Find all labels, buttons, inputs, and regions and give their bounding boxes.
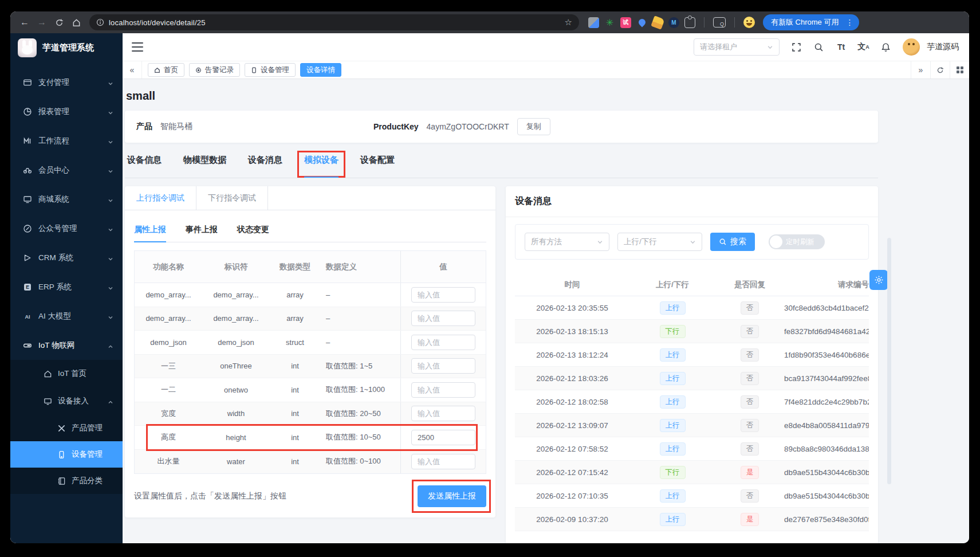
productkey-label: ProductKey	[373, 122, 419, 131]
attr-identifier: width	[202, 402, 270, 426]
scrollbar[interactable]	[887, 238, 891, 484]
sidebar-item-iot[interactable]: IoT 物联网	[10, 331, 123, 360]
value-input[interactable]	[411, 430, 475, 445]
settings-gear-button[interactable]	[869, 270, 888, 290]
extensions-puzzle-icon[interactable]	[684, 17, 695, 28]
browser-menu-icon[interactable]: ⋮	[843, 18, 856, 27]
tab-device-messages[interactable]: 设备消息	[248, 143, 282, 178]
toggle-knob	[770, 236, 782, 248]
browser-home-icon[interactable]	[69, 15, 84, 30]
extension-translate-icon[interactable]: 试	[620, 17, 631, 28]
search-icon[interactable]	[813, 42, 824, 53]
tab-device-detail[interactable]: 设备详情	[300, 63, 341, 77]
site-info-icon[interactable]	[96, 18, 104, 26]
fullscreen-icon[interactable]	[791, 42, 802, 53]
chevron-up-icon	[108, 343, 113, 348]
value-input[interactable]	[411, 287, 475, 303]
value-input[interactable]	[411, 335, 475, 350]
search-button[interactable]: 搜索	[710, 233, 755, 251]
font-size-icon[interactable]: Tt	[836, 42, 847, 53]
extension-grid-icon[interactable]	[588, 17, 599, 28]
message-filters: 所有方法 上行/下行 搜索	[515, 224, 869, 260]
sidebar-item-official-account[interactable]: 公众号管理	[10, 214, 123, 243]
tab-home[interactable]: 首页	[148, 63, 184, 77]
sidebar-item-mall[interactable]: 商城系统	[10, 185, 123, 214]
value-input[interactable]	[411, 454, 475, 469]
attr-name: demo_array...	[135, 283, 202, 307]
device-messages-panel: 设备消息 所有方法 上行/下行	[506, 186, 878, 543]
direction-select[interactable]: 上行/下行	[617, 233, 702, 251]
value-input[interactable]	[411, 382, 475, 398]
send-attribute-report-button[interactable]: 发送属性上报	[418, 485, 486, 507]
tab-downstream-debug[interactable]: 下行指令调试	[196, 186, 268, 210]
sidebar-item-product-category[interactable]: 产品分类	[10, 468, 123, 494]
copy-button[interactable]: 复制	[517, 118, 550, 135]
message-time: 2026-02-09 10:37:20	[515, 515, 629, 524]
extension-pin-icon[interactable]	[636, 17, 647, 28]
bookmark-star-icon[interactable]: ☆	[565, 17, 572, 28]
tab-simulate-device[interactable]: 模拟设备	[304, 143, 339, 178]
user-avatar[interactable]	[903, 38, 920, 56]
sidebar-item-workflow[interactable]: 工作流程	[10, 126, 123, 155]
translate-icon[interactable]: 文A	[858, 42, 869, 53]
profile-avatar-icon[interactable]	[743, 17, 755, 28]
value-input[interactable]	[411, 358, 475, 374]
subtab-attribute-report[interactable]: 属性上报	[134, 217, 166, 242]
tab-device-mgmt[interactable]: 设备管理	[245, 63, 296, 77]
detail-tabs: 设备信息 物模型数据 设备消息 模拟设备 设备配置	[125, 143, 878, 178]
tenant-select[interactable]: 请选择租户	[694, 38, 780, 56]
sidebar-item-erp[interactable]: E ERP 系统	[10, 272, 123, 301]
sidebar-item-member[interactable]: 会员中心	[10, 155, 123, 185]
value-input[interactable]	[411, 406, 475, 421]
table-row: 2026-02-12 18:03:26 上行 否 bca9137f43044af…	[515, 367, 869, 390]
sidebar-item-iot-home[interactable]: IoT 首页	[10, 360, 123, 387]
extension-m-icon[interactable]: M	[668, 17, 679, 28]
tabs-refresh-icon[interactable]	[930, 61, 950, 79]
reply-badge: 否	[741, 301, 759, 315]
url-text[interactable]: localhost/iot/device/detail/25	[109, 18, 560, 27]
simulator-panel: 上行指令调试 下行指令调试 属性上报 事件上报 状态变更 功能名称 标识符	[125, 186, 495, 517]
attr-identifier: demo_json	[202, 331, 270, 354]
tab-alarm-log[interactable]: 告警记录	[189, 63, 240, 77]
magnifier-icon	[719, 238, 727, 246]
tab-device-info[interactable]: 设备信息	[127, 143, 162, 178]
table-row: 2026-02-13 18:15:13 下行 否 fe8327bfd6d9484…	[515, 320, 869, 343]
subtab-event-report[interactable]: 事件上报	[186, 217, 218, 242]
screenshot-tool-icon[interactable]: Q	[713, 17, 726, 28]
auto-refresh-toggle[interactable]: 定时刷新	[769, 234, 825, 249]
sidebar-item-ai[interactable]: AI AI 大模型	[10, 301, 123, 331]
sidebar-item-report[interactable]: 报表管理	[10, 97, 123, 126]
page-title: small	[126, 89, 878, 103]
sidebar-item-device-access[interactable]: 设备接入	[10, 387, 123, 415]
browser-forward-button[interactable]: →	[34, 15, 49, 30]
sidebar-item-crm[interactable]: CRM 系统	[10, 243, 123, 272]
tabs-scroll-left-icon[interactable]: «	[123, 61, 142, 79]
tabs-layout-icon[interactable]	[950, 61, 969, 79]
browser-reload-icon[interactable]	[52, 15, 66, 30]
monitor-icon	[44, 397, 52, 406]
value-input[interactable]	[411, 311, 475, 326]
chevron-up-icon	[108, 398, 113, 404]
extension-green-star-icon[interactable]: ✳	[604, 17, 615, 28]
method-select[interactable]: 所有方法	[525, 233, 609, 251]
collapse-menu-icon[interactable]	[132, 42, 143, 52]
tab-device-config[interactable]: 设备配置	[360, 143, 395, 178]
tools-icon	[57, 424, 66, 433]
address-bar[interactable]: localhost/iot/device/detail/25 ☆	[89, 14, 579, 30]
subtab-state-change[interactable]: 状态变更	[237, 217, 269, 242]
chrome-update-button[interactable]: 有新版 Chrome 可用 ⋮	[763, 14, 859, 30]
extension-broom-icon[interactable]	[651, 15, 664, 29]
attr-definition: 取值范围: 1~5	[320, 355, 400, 378]
tab-upstream-debug[interactable]: 上行指令调试	[125, 186, 196, 210]
payment-icon	[23, 78, 32, 87]
sidebar-item-device-mgmt[interactable]: 设备管理	[10, 441, 123, 468]
tabs-scroll-right-icon[interactable]: »	[911, 61, 930, 79]
sidebar-item-product-mgmt[interactable]: 产品管理	[10, 415, 123, 441]
reply-badge: 是	[741, 466, 759, 479]
tab-thing-model-data[interactable]: 物模型数据	[183, 143, 226, 178]
bell-icon[interactable]	[880, 42, 891, 53]
iot-icon	[23, 341, 32, 350]
sidebar-item-payment[interactable]: 支付管理	[10, 68, 123, 97]
browser-back-button[interactable]: ←	[17, 15, 32, 30]
chevron-down-icon	[108, 167, 113, 173]
